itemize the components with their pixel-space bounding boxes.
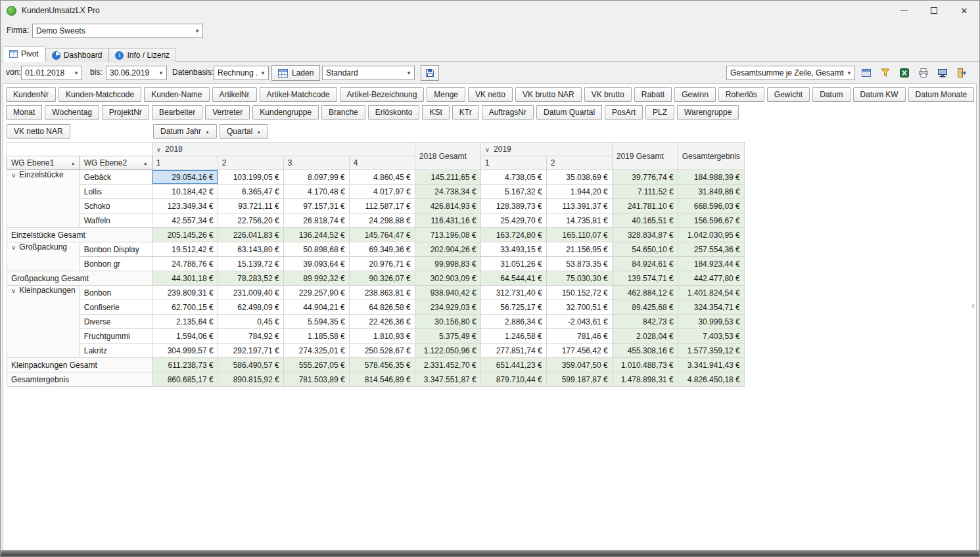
- column-total-header[interactable]: 2018 Gesamt: [415, 143, 480, 170]
- field-chip[interactable]: Vertreter: [205, 105, 250, 120]
- pivot-value-cell[interactable]: 24.738,34 €: [415, 185, 480, 199]
- pivot-value-cell[interactable]: 39.776,74 €: [612, 170, 678, 185]
- quarter-header[interactable]: 1: [480, 156, 546, 170]
- field-chip[interactable]: Datum Monate: [908, 87, 975, 102]
- pivot-value-cell[interactable]: 1.401.824,54 €: [678, 286, 744, 300]
- row-group-header[interactable]: ∨Kleinpackungen: [7, 286, 80, 358]
- pivot-value-cell[interactable]: 64.826,58 €: [349, 300, 415, 315]
- pivot-value-cell[interactable]: 462.884,12 €: [612, 286, 678, 300]
- pivot-value-cell[interactable]: 842,73 €: [612, 315, 678, 329]
- pivot-value-cell[interactable]: 3.347.551,87 €: [415, 372, 480, 387]
- pivot-value-cell[interactable]: 26.818,74 €: [283, 213, 349, 228]
- pivot-value-cell[interactable]: 145.211,65 €: [415, 170, 480, 185]
- field-chip[interactable]: ProjektNr: [102, 105, 149, 120]
- pivot-value-cell[interactable]: 35.038,69 €: [546, 170, 612, 185]
- pivot-value-cell[interactable]: 7.403,53 €: [678, 329, 744, 344]
- pivot-value-cell[interactable]: 5.375,49 €: [415, 329, 480, 344]
- pivot-value-cell[interactable]: 75.030,30 €: [546, 271, 612, 286]
- pivot-value-cell[interactable]: 277.851,74 €: [480, 344, 546, 358]
- pivot-value-cell[interactable]: 6.365,47 €: [218, 185, 283, 199]
- pivot-value-cell[interactable]: 304.999,57 €: [152, 344, 218, 358]
- pivot-value-cell[interactable]: 123.349,34 €: [152, 199, 218, 213]
- column-group-header[interactable]: ∨2019: [480, 143, 612, 156]
- pivot-value-cell[interactable]: 128.389,73 €: [480, 199, 546, 213]
- databasis-select[interactable]: Rechnung ... ▼: [214, 66, 269, 80]
- pivot-value-cell[interactable]: 10.184,42 €: [152, 185, 218, 199]
- pivot-value-cell[interactable]: 64.544,41 €: [480, 271, 546, 286]
- pivot-value-cell[interactable]: 231.009,40 €: [218, 286, 283, 300]
- field-chip[interactable]: Artikel-Bezeichnung: [340, 87, 425, 102]
- pivot-value-cell[interactable]: -2.043,61 €: [546, 315, 612, 329]
- pivot-value-cell[interactable]: 30.156,80 €: [415, 315, 480, 329]
- pivot-value-cell[interactable]: 257.554,36 €: [678, 242, 744, 257]
- pivot-value-cell[interactable]: 31.849,86 €: [678, 185, 744, 199]
- print-button[interactable]: [915, 65, 932, 81]
- pivot-value-cell[interactable]: 29.054,16 €: [152, 170, 218, 185]
- pivot-value-cell[interactable]: 116.431,16 €: [415, 213, 480, 228]
- pivot-value-cell[interactable]: 53.873,35 €: [546, 257, 612, 271]
- field-chip[interactable]: KTr: [452, 105, 479, 120]
- pivot-value-cell[interactable]: 814.546,89 €: [349, 372, 415, 387]
- field-chip[interactable]: Datum KW: [853, 87, 906, 102]
- pivot-value-cell[interactable]: 879.710,44 €: [480, 372, 546, 387]
- pivot-value-cell[interactable]: 44.904,21 €: [283, 300, 349, 315]
- pivot-value-cell[interactable]: 184.923,44 €: [678, 257, 744, 271]
- field-chip[interactable]: Artikel-Matchcode: [260, 87, 337, 102]
- pivot-value-cell[interactable]: 42.557,34 €: [152, 213, 218, 228]
- column-field-chip-datum-jahr[interactable]: Datum Jahr ▲: [153, 124, 217, 139]
- close-button[interactable]: ✕: [949, 1, 979, 20]
- pivot-value-cell[interactable]: 1.010.488,73 €: [612, 358, 678, 372]
- row-header[interactable]: Fruchtgummi: [80, 329, 152, 344]
- pivot-value-cell[interactable]: 250.528,67 €: [349, 344, 415, 358]
- quarter-header[interactable]: 3: [283, 156, 349, 170]
- pivot-value-cell[interactable]: 90.326,07 €: [349, 271, 415, 286]
- field-chip[interactable]: KundenNr: [6, 87, 56, 102]
- pivot-value-cell[interactable]: 22.426,36 €: [349, 315, 415, 329]
- pivot-value-cell[interactable]: 145.764,47 €: [349, 228, 415, 242]
- chevron-down-icon[interactable]: ▼: [844, 70, 854, 76]
- chevron-down-icon[interactable]: ▼: [71, 70, 82, 76]
- chevron-down-icon[interactable]: ∨: [11, 244, 16, 251]
- to-date-input[interactable]: 30.06.2019 ▼: [106, 66, 167, 80]
- from-date-input[interactable]: 01.01.2018 ▼: [21, 66, 82, 80]
- pivot-value-cell[interactable]: 78.283,52 €: [218, 271, 283, 286]
- pivot-value-cell[interactable]: 2.886,34 €: [480, 315, 546, 329]
- field-chip[interactable]: Roherlös: [718, 87, 764, 102]
- presentation-button[interactable]: [934, 65, 951, 81]
- field-chip[interactable]: KSt: [422, 105, 449, 120]
- pivot-value-cell[interactable]: 4.826.450,18 €: [678, 372, 744, 387]
- row-header[interactable]: Lakritz: [80, 344, 152, 358]
- pivot-value-cell[interactable]: 599.187,87 €: [546, 372, 612, 387]
- pivot-value-cell[interactable]: 1.185,58 €: [283, 329, 349, 344]
- quarter-header[interactable]: 2: [546, 156, 612, 170]
- pivot-value-cell[interactable]: 177.456,42 €: [546, 344, 612, 358]
- row-header[interactable]: Bonbon: [80, 286, 152, 300]
- row-header[interactable]: Lollis: [80, 185, 152, 199]
- pivot-value-cell[interactable]: 442.477,80 €: [678, 271, 744, 286]
- pivot-value-cell[interactable]: 226.041,83 €: [218, 228, 283, 242]
- maximize-button[interactable]: [919, 1, 949, 20]
- row-total-header[interactable]: Großpackung Gesamt: [7, 271, 152, 286]
- pivot-value-cell[interactable]: 99.998,83 €: [415, 257, 480, 271]
- pivot-value-cell[interactable]: 239.809,31 €: [152, 286, 218, 300]
- summary-mode-select[interactable]: Gesamtsumme je Zeile, Gesamtsu... ▼: [726, 66, 855, 80]
- pivot-value-cell[interactable]: 555.267,05 €: [283, 358, 349, 372]
- pivot-value-cell[interactable]: 89.992,32 €: [283, 271, 349, 286]
- pivot-value-cell[interactable]: 62.498,09 €: [218, 300, 283, 315]
- pivot-value-cell[interactable]: 22.756,20 €: [218, 213, 283, 228]
- field-chip[interactable]: Kunden-Name: [144, 87, 209, 102]
- pivot-value-cell[interactable]: 63.143,80 €: [218, 242, 283, 257]
- pivot-value-cell[interactable]: 89.425,68 €: [612, 300, 678, 315]
- pivot-value-cell[interactable]: 8.097,99 €: [283, 170, 349, 185]
- pivot-value-cell[interactable]: 938.940,42 €: [415, 286, 480, 300]
- pivot-value-cell[interactable]: 205.145,26 €: [152, 228, 218, 242]
- grand-total-row-header[interactable]: Gesamtergebnis: [7, 372, 152, 387]
- field-chip[interactable]: VK netto: [468, 87, 513, 102]
- pivot-value-cell[interactable]: 2.135,64 €: [152, 315, 218, 329]
- pivot-value-cell[interactable]: 33.493,15 €: [480, 242, 546, 257]
- pivot-value-cell[interactable]: 113.391,37 €: [546, 199, 612, 213]
- field-chip[interactable]: Datum Quartal: [536, 105, 602, 120]
- panel-collapse-grip[interactable]: ‹: [971, 301, 975, 310]
- chevron-down-icon[interactable]: ∨: [156, 146, 161, 153]
- pivot-value-cell[interactable]: 1.577.359,12 €: [678, 344, 744, 358]
